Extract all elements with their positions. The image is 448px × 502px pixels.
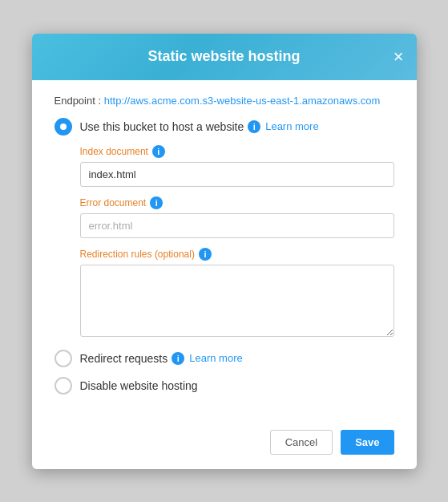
dialog-body: Endpoint : http://aws.acme.com.s3-websit… (32, 80, 417, 420)
index-document-section: Index document i (80, 145, 394, 187)
endpoint-row: Endpoint : http://aws.acme.com.s3-websit… (54, 95, 394, 107)
endpoint-link[interactable]: http://aws.acme.com.s3-website-us-east-1… (104, 95, 381, 107)
disable-hosting-radio[interactable] (54, 377, 72, 395)
redirect-requests-label: Redirect requests (80, 352, 168, 365)
close-button[interactable]: × (394, 48, 404, 66)
host-website-option-row: Use this bucket to host a website i Lear… (54, 118, 394, 136)
disable-hosting-label: Disable website hosting (80, 379, 198, 392)
host-website-label: Use this bucket to host a website (80, 120, 244, 133)
error-document-info-icon[interactable]: i (150, 196, 163, 209)
redirection-rules-section: Redirection rules (optional) i (80, 248, 394, 340)
index-document-label: Index document i (80, 145, 394, 158)
error-document-input[interactable] (80, 213, 394, 238)
radio-inner (60, 123, 67, 130)
error-document-section: Error document i (80, 196, 394, 238)
redirect-requests-option-row: Redirect requests i Learn more (54, 350, 394, 367)
index-document-info-icon[interactable]: i (152, 145, 165, 158)
redirection-rules-input[interactable] (80, 265, 394, 337)
redirect-info-icon[interactable]: i (172, 352, 184, 365)
dialog-footer: Cancel Save (32, 420, 417, 469)
save-button[interactable]: Save (341, 430, 394, 455)
endpoint-label: Endpoint : (54, 95, 102, 107)
host-website-learn-more[interactable]: Learn more (265, 120, 318, 132)
index-document-input[interactable] (80, 162, 394, 187)
redirection-rules-label: Redirection rules (optional) i (80, 248, 394, 261)
redirect-requests-radio[interactable] (54, 350, 72, 367)
host-website-radio[interactable] (54, 118, 72, 136)
dialog-header: Static website hosting × (32, 34, 417, 80)
host-website-label-row: Use this bucket to host a website i Lear… (72, 120, 319, 133)
static-website-hosting-dialog: Static website hosting × Endpoint : http… (32, 34, 417, 469)
redirection-rules-info-icon[interactable]: i (199, 248, 212, 261)
redirect-learn-more[interactable]: Learn more (189, 352, 242, 364)
error-document-label: Error document i (80, 196, 394, 209)
redirect-requests-label-row: Redirect requests i Learn more (72, 352, 243, 365)
disable-hosting-option-row: Disable website hosting (54, 377, 394, 395)
cancel-button[interactable]: Cancel (270, 430, 333, 455)
dialog-title: Static website hosting (147, 48, 300, 65)
host-website-info-icon[interactable]: i (248, 120, 260, 133)
